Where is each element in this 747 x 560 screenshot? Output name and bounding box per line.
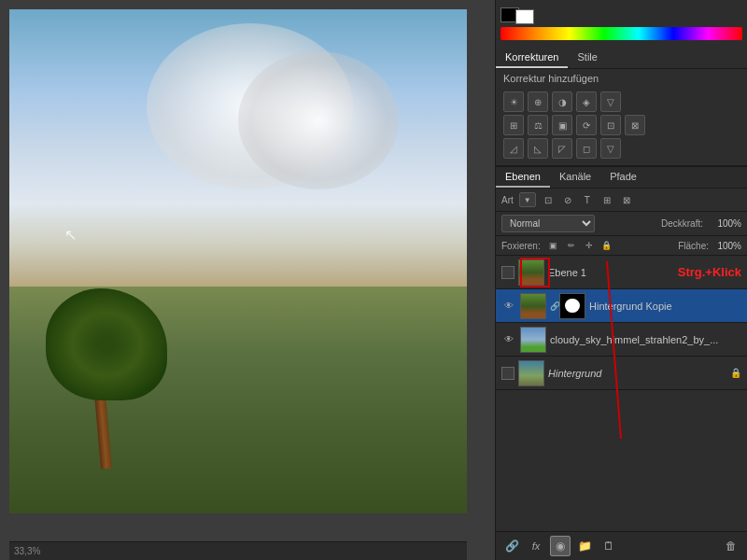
exposure-icon-btn[interactable]: ◑ <box>552 91 572 112</box>
focussieren-row: Foxieren: ▣ ✏ ✛ 🔒 Fläche: 100% <box>496 236 747 256</box>
correction-section-title: Korrektur hinzufügen <box>496 69 747 88</box>
layers-tabs: Ebenen Kanäle Pfade <box>496 167 747 189</box>
layer-visibility-hkopie[interactable]: 👁 <box>501 299 516 314</box>
filter-label: Art <box>501 195 514 205</box>
layer-name-hkopie: Hintergrund Kopie <box>589 301 741 312</box>
selective-color-icon-btn[interactable]: ◻ <box>576 138 597 159</box>
lock-all-btn[interactable]: 🔒 <box>599 238 614 253</box>
layers-toolbar: 🔗 fx ◉ 📁 🗒 🗑 <box>496 531 747 560</box>
filter-icons: ⊡ ⊘ T ⊞ ⊠ <box>540 191 635 208</box>
layer-item-hintergrund-kopie[interactable]: 👁 🔗 Hintergrund Kopie <box>496 289 747 323</box>
colorlook-icon-btn[interactable]: ⊡ <box>600 115 621 135</box>
filter-icon-grid[interactable]: ⊞ <box>599 191 615 208</box>
layer-thumb-hintergrund <box>518 360 544 386</box>
correction-icons: ☀ ⊕ ◑ ◈ ▽ ⊞ ⚖ ▣ ⟳ ⊡ ⊠ ◿ ◺ ◸ ◻ ▽ <box>496 88 747 165</box>
tab-ebenen[interactable]: Ebenen <box>496 167 550 188</box>
filter-icon-smart[interactable]: ⊠ <box>618 191 635 208</box>
blend-mode-select[interactable]: Normal <box>501 215 595 232</box>
layer-item-hintergrund[interactable]: Hintergrund 🔒 <box>496 357 747 390</box>
filter-type-select[interactable]: ▼ <box>519 192 536 207</box>
lock-move-btn[interactable]: ✛ <box>582 238 597 253</box>
photo-sky <box>9 9 467 287</box>
levels-icon-btn[interactable]: ▽ <box>600 138 621 159</box>
top-section <box>496 0 747 48</box>
layers-section: Ebenen Kanäle Pfade Art ▼ ⊡ ⊘ T ⊞ ⊠ <box>496 165 747 560</box>
layer-visibility-cloudy[interactable]: 👁 <box>501 332 516 347</box>
blend-row: Normal Deckkraft: 100% <box>496 212 747 236</box>
chanmix-icon-btn[interactable]: ⟳ <box>576 115 597 135</box>
layer-thumb-ebene1 <box>518 259 544 286</box>
canvas-zoom-level: 33,3% <box>14 546 40 556</box>
filter-icon-text[interactable]: T <box>579 191 596 208</box>
layer-link-hkopie: 🔗 <box>550 301 559 311</box>
cursor-icon: ↖ <box>64 226 77 244</box>
lock-paint-btn[interactable]: ✏ <box>564 238 579 253</box>
icon-row-1: ☀ ⊕ ◑ ◈ ▽ <box>503 91 740 112</box>
icon-row-3: ◿ ◺ ◸ ◻ ▽ <box>503 138 740 159</box>
lock-icons: ▣ ✏ ✛ 🔒 <box>546 238 614 253</box>
canvas-area: ↖ 33,3% <box>0 0 495 560</box>
cloud2 <box>238 51 399 190</box>
filter-row: Art ▼ ⊡ ⊘ T ⊞ ⊠ <box>496 189 747 212</box>
invert-icon-btn[interactable]: ⊠ <box>625 115 645 135</box>
icon-row-2: ⊞ ⚖ ▣ ⟳ ⊡ ⊠ <box>503 115 740 135</box>
tab-stile[interactable]: Stile <box>568 48 606 68</box>
photofil-icon-btn[interactable]: ▣ <box>552 115 572 135</box>
layer-name-hintergrund: Hintergrund <box>548 368 730 379</box>
focussieren-label: Foxieren: <box>501 241 541 251</box>
tab-pfade[interactable]: Pfade <box>600 167 646 188</box>
annotation-ebene1: Strg.+Klick <box>678 265 741 279</box>
tab-korrekturen[interactable]: Korrekturen <box>496 48 568 68</box>
delete-layer-btn[interactable]: 🗑 <box>721 536 741 556</box>
bw-icon-btn[interactable]: ⚖ <box>528 115 548 135</box>
link-layers-btn[interactable]: 🔗 <box>501 536 522 556</box>
tree-canopy <box>46 288 167 400</box>
canvas-image: ↖ <box>9 9 467 513</box>
layer-mask-hkopie <box>559 293 585 319</box>
fill-label: Fläche: <box>678 241 709 251</box>
layer-name-cloudy: cloudy_sky_himmel_strahlen2_by_... <box>550 334 741 345</box>
photo-clouds <box>9 9 467 287</box>
gradient-map-icon-btn[interactable]: ◸ <box>552 138 572 159</box>
background-color[interactable] <box>515 9 534 24</box>
layer-lock-icon: 🔒 <box>730 368 741 378</box>
fx-btn[interactable]: fx <box>526 536 546 556</box>
opacity-value: 100% <box>709 218 741 229</box>
right-panel: Korrekturen Stile Korrektur hinzufügen ☀… <box>495 0 747 560</box>
filter-icon-circle[interactable]: ⊘ <box>559 191 576 208</box>
layers-list: Ebene 1 Strg.+Klick 👁 🔗 Hintergr <box>496 256 747 531</box>
layer-name-ebene1: Ebene 1 <box>548 267 674 278</box>
tab-kanaele[interactable]: Kanäle <box>550 167 600 188</box>
layer-thumb-cloudy <box>520 327 546 353</box>
opacity-label: Deckkraft: <box>661 218 703 229</box>
add-mask-btn[interactable]: ◉ <box>550 536 571 556</box>
fill-value: 100% <box>709 241 741 251</box>
vibrance-icon-btn[interactable]: ◈ <box>576 91 597 112</box>
canvas-bottom-bar: 33,3% <box>9 541 467 560</box>
threshold-icon-btn[interactable]: ◺ <box>528 138 548 159</box>
new-group-btn[interactable]: 📁 <box>574 536 595 556</box>
correction-tabs: Korrekturen Stile <box>496 48 747 69</box>
new-layer-btn[interactable]: 🗒 <box>599 536 619 556</box>
layer-item-ebene1[interactable]: Ebene 1 Strg.+Klick <box>496 256 747 289</box>
layer-visibility-ebene1[interactable] <box>501 266 514 279</box>
filter-icon-photo[interactable]: ⊡ <box>540 191 557 208</box>
app-container: ↖ 33,3% Korrekturen Stile Korrektur hinz… <box>0 0 747 560</box>
layer-thumb-hkopie <box>520 293 546 319</box>
brightness-icon-btn[interactable]: ☀ <box>503 91 524 112</box>
layer-item-cloudy[interactable]: 👁 cloudy_sky_himmel_strahlen2_by_... <box>496 323 747 357</box>
posterize-icon-btn[interactable]: ◿ <box>503 138 524 159</box>
color-gradient-bar[interactable] <box>500 27 742 40</box>
layer-visibility-hintergrund[interactable] <box>501 367 514 380</box>
lock-transparency-btn[interactable]: ▣ <box>546 238 561 253</box>
colorbalance-icon-btn[interactable]: ⊞ <box>503 115 524 135</box>
curves-icon-btn[interactable]: ⊕ <box>528 91 548 112</box>
photo-ground <box>9 287 467 513</box>
hsl-icon-btn[interactable]: ▽ <box>600 91 621 112</box>
